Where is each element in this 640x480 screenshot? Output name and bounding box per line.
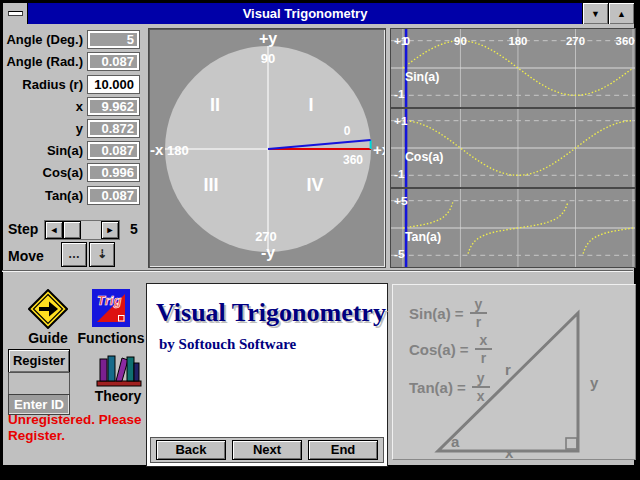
unit-circle-panel: +y90IIIIIIIV270-y-x180+x0360 [148,28,386,268]
unregistered-warning-line2: Register. [8,428,144,444]
system-menu-icon [8,11,23,16]
triangle-x-label: x [505,444,514,459]
tan-field: 0.087 [87,186,140,205]
about-subtitle: by Softouch Software [159,336,296,353]
guide-label: Guide [18,330,78,346]
step-scrollbar-thumb[interactable] [63,221,81,239]
svg-text:III: III [203,175,218,195]
sin-formula-lhs: Sin(a) = [409,305,464,322]
svg-text:-5: -5 [394,247,405,261]
triangle-a-label: a [451,433,460,450]
sin-field: 0.087 [87,141,140,160]
angle-rad-label: Angle (Rad.) [0,54,83,69]
svg-text:90: 90 [454,35,467,47]
x-label: x [0,99,83,114]
screen: { "window": {"title": "Visual Trigonomet… [0,0,640,480]
svg-text:Cos(a): Cos(a) [405,150,444,164]
y-label: y [0,121,83,136]
guide-icon[interactable] [28,289,68,329]
formula-panel: Sin(a) = y r Cos(a) = x r Tan(a) = y x r… [392,284,636,460]
graph-svg-cos: +1-1Cos(a) [391,109,635,187]
step-left-arrow[interactable]: ◄ [45,221,63,239]
titlebar[interactable]: Visual Trigonometry ▼ ▲ [3,3,634,24]
svg-text:-1: -1 [394,167,405,181]
svg-text:180: 180 [508,35,527,47]
sin-graph: +1-1Sin(a)090180270360 [390,28,636,108]
functions-icon[interactable]: Trig [92,289,130,327]
unit-circle-svg: +y90IIIIIIIV270-y-x180+x0360 [149,29,385,267]
y-field: 0.872 [87,119,140,138]
nav-strip: Back Next End [150,437,384,463]
step-value: 5 [130,221,138,237]
minimize-button[interactable]: ▼ [582,3,608,24]
window-title: Visual Trigonometry [28,6,582,21]
system-menu-button[interactable] [3,3,28,24]
radius-label: Radius (r) [0,77,83,92]
svg-text:I: I [308,95,313,115]
cos-formula-fraction: x r [475,333,493,365]
tan-formula-lhs: Tan(a) = [409,379,466,396]
graph-svg-sin: +1-1Sin(a)090180270360 [391,29,635,107]
svg-text:90: 90 [261,51,275,66]
angle-deg-field: 5 [87,30,140,49]
svg-text:+5: +5 [394,194,408,208]
svg-text:270: 270 [566,35,585,47]
back-button[interactable]: Back [156,440,226,460]
tan-label: Tan(a) [0,188,83,203]
svg-text:II: II [210,95,220,115]
functions-label: Functions [70,330,152,346]
register-id-box[interactable] [8,372,70,395]
tan-formula-fraction: y x [472,371,490,403]
svg-text:+x: +x [373,141,385,158]
svg-text:Sin(a): Sin(a) [405,70,439,84]
sin-label: Sin(a) [0,143,83,158]
svg-text:180: 180 [167,143,189,158]
tan-formula: Tan(a) = y x [409,371,490,403]
step-scrollbar-track[interactable] [81,221,101,239]
end-button[interactable]: End [308,440,378,460]
triangle-y-label: y [590,374,599,391]
cos-graph: +1-1Cos(a) [390,108,636,188]
cos-label: Cos(a) [0,165,83,180]
register-button[interactable]: Register [8,349,70,373]
cos-formula-lhs: Cos(a) = [409,341,469,358]
tan-graph: +5-5Tan(a) [390,188,636,268]
sin-formula: Sin(a) = y r [409,297,487,329]
cos-formula: Cos(a) = x r [409,333,492,365]
x-field: 9.962 [87,97,140,116]
step-scrollbar[interactable]: ◄ ► [44,220,120,240]
svg-text:0: 0 [404,35,410,47]
move-dots-button[interactable]: … [61,242,87,267]
maximize-button[interactable]: ▲ [608,3,634,24]
unregistered-warning-line1: Unregistered. Please [8,412,144,428]
svg-text:0: 0 [344,124,351,138]
section-divider [2,270,633,272]
svg-text:IV: IV [306,175,323,195]
move-animate-button[interactable]: ⇣ [89,242,115,267]
radius-field[interactable]: 10.000 [87,75,140,94]
graph-svg-tan: +5-5Tan(a) [391,189,635,267]
step-right-arrow[interactable]: ► [101,221,119,239]
step-label: Step [8,221,38,237]
next-button[interactable]: Next [232,440,302,460]
angle-deg-label: Angle (Deg.) [0,32,83,47]
svg-text:-x: -x [150,141,164,158]
svg-text:-1: -1 [394,87,405,101]
sin-formula-fraction: y r [470,297,488,329]
triangle-r-label: r [505,361,511,378]
svg-text:Tan(a): Tan(a) [405,230,441,244]
svg-text:+y: +y [259,30,277,47]
about-title: Visual Trigonometry [156,298,386,328]
cos-field: 0.996 [87,163,140,182]
svg-text:+1: +1 [394,114,408,128]
move-label: Move [8,248,44,264]
svg-text:360: 360 [343,153,363,167]
svg-text:270: 270 [255,229,277,244]
angle-rad-field: 0.087 [87,52,140,71]
theory-icon[interactable] [96,352,142,388]
svg-text:-y: -y [261,244,275,261]
svg-text:360: 360 [616,35,635,47]
theory-label: Theory [88,388,148,404]
about-panel: Visual Trigonometry by Softouch Software… [146,283,388,467]
functions-icon-text: Trig [97,293,121,308]
